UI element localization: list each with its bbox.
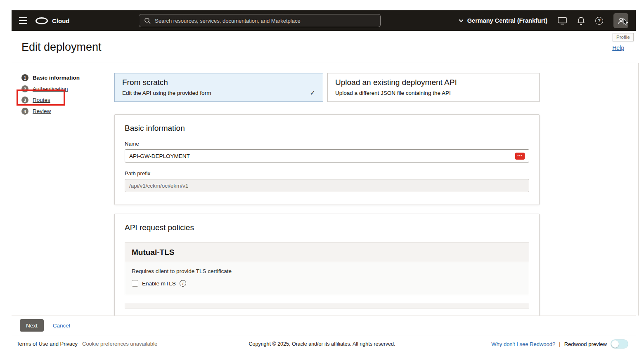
footer: Terms of Use and Privacy Cookie preferen…: [0, 335, 644, 358]
redwood-question-link[interactable]: Why don't I see Redwood?: [491, 341, 555, 347]
card-title: Basic information: [125, 124, 529, 133]
mutual-tls-body: Requires client to provide TLS certifica…: [125, 262, 529, 295]
copyright-text: Copyright © 2025, Oracle and/or its affi…: [173, 341, 471, 347]
help-link[interactable]: Help: [612, 45, 624, 51]
option-title: Upload an existing deployment API: [335, 78, 532, 87]
footer-separator: |: [559, 341, 560, 347]
option-from-scratch[interactable]: From scratch Edit the API using the prov…: [114, 73, 323, 102]
option-upload-existing[interactable]: Upload an existing deployment API Upload…: [327, 73, 540, 102]
path-prefix-input: /api/v1/cckm/oci/ekm/v1: [125, 179, 529, 192]
enable-mtls-row: Enable mTLS i: [132, 280, 522, 287]
next-button[interactable]: Next: [20, 319, 44, 332]
step-label: Basic information: [33, 75, 80, 81]
name-label: Name: [125, 141, 529, 147]
api-request-policies-card: API request policies Mutual-TLS Requires…: [114, 214, 540, 316]
action-bar: Next Cancel: [12, 316, 636, 335]
screen: Cloud Search resources, services, docume…: [0, 0, 644, 358]
cancel-link[interactable]: Cancel: [53, 323, 70, 329]
cloud-shell-icon[interactable]: [558, 17, 567, 25]
oracle-cloud-brand[interactable]: Cloud: [36, 17, 70, 24]
enable-mtls-checkbox[interactable]: [132, 280, 138, 287]
step-label: Review: [33, 108, 51, 114]
profile-tooltip: Profile: [613, 33, 634, 41]
region-selector[interactable]: Germany Central (Frankfurt): [459, 17, 547, 24]
global-search-input[interactable]: Search resources, services, documentatio…: [139, 14, 381, 27]
name-input[interactable]: API-GW-DEPLOYMENT •••: [125, 149, 529, 163]
name-value: API-GW-DEPLOYMENT: [129, 153, 190, 159]
path-prefix-label: Path prefix: [125, 170, 529, 177]
help-icon[interactable]: ?: [595, 17, 603, 25]
info-icon[interactable]: i: [180, 280, 186, 287]
hamburger-menu-icon[interactable]: [19, 17, 28, 24]
oracle-logo-icon: [36, 17, 48, 24]
chevron-down-icon: [459, 19, 464, 22]
search-placeholder: Search resources, services, documentatio…: [155, 18, 301, 24]
page-title: Edit deployment: [21, 41, 102, 54]
mutual-tls-header: Mutual-TLS: [125, 243, 529, 262]
notifications-bell-icon[interactable]: [577, 16, 585, 25]
terms-link[interactable]: Terms of Use and Privacy: [17, 341, 78, 347]
redwood-preview-label: Redwood preview: [564, 341, 607, 347]
brand-label: Cloud: [52, 17, 70, 24]
mutual-tls-section: Mutual-TLS Requires client to provide TL…: [125, 242, 529, 295]
password-manager-extension-icon[interactable]: •••: [515, 153, 525, 160]
next-policy-section-clipped: [125, 303, 529, 309]
step-number-badge: 1: [21, 74, 28, 81]
option-title: From scratch: [122, 78, 315, 87]
redwood-preview-toggle[interactable]: [611, 339, 628, 349]
annotation-highlight-routes: [17, 90, 65, 106]
path-prefix-value: /api/v1/cckm/oci/ekm/v1: [129, 183, 188, 189]
mutual-tls-description: Requires client to provide TLS certifica…: [132, 268, 522, 274]
selected-check-icon: ✓: [310, 89, 315, 97]
wizard-step-basic-information[interactable]: 1 Basic information: [21, 72, 80, 83]
help-question-glyph: ?: [595, 17, 603, 25]
topbar-right-group: Germany Central (Frankfurt) ?: [459, 13, 628, 28]
topbar: Cloud Search resources, services, docume…: [12, 10, 636, 31]
content-area: 1 Basic information 2 Authentication 3 R…: [12, 63, 636, 316]
enable-mtls-label: Enable mTLS: [142, 280, 176, 287]
option-subtitle: Upload a different JSON file containing …: [335, 90, 532, 96]
footer-right-group: Why don't I see Redwood? | Redwood previ…: [491, 339, 628, 349]
region-label: Germany Central (Frankfurt): [467, 17, 547, 24]
basic-information-card: Basic information Name API-GW-DEPLOYMENT…: [114, 114, 540, 205]
toggle-knob: [611, 340, 619, 348]
scrollbar-track[interactable]: [638, 63, 639, 316]
step-number-badge: 4: [21, 108, 28, 115]
wizard-step-review[interactable]: 4 Review: [21, 106, 80, 117]
card-title: API request policies: [125, 223, 529, 232]
mouse-cursor-icon: [623, 18, 630, 26]
search-icon: [144, 17, 151, 24]
cookie-status: Cookie preferences unavailable: [82, 341, 157, 347]
option-subtitle: Edit the API using the provided form: [122, 90, 315, 96]
